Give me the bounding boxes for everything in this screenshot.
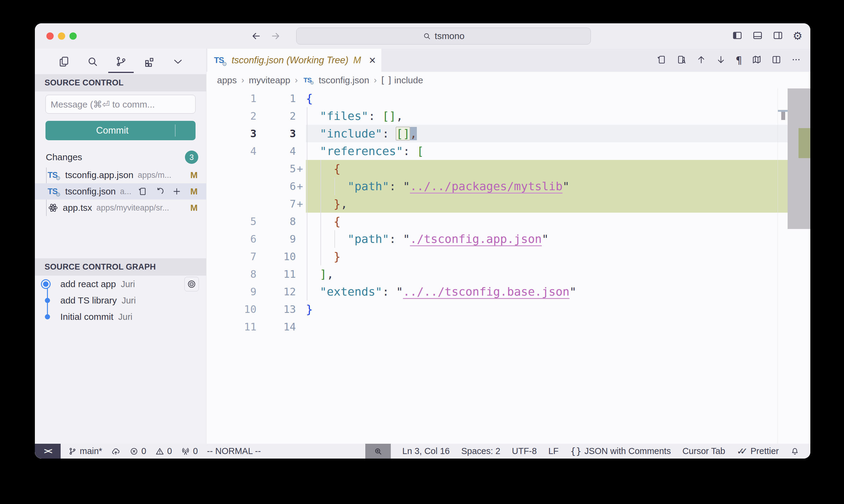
status-item-warnings[interactable]: 0 [155, 446, 172, 456]
status-item-cursor-tab[interactable]: Cursor Tab [683, 446, 725, 456]
code-token: : [389, 180, 403, 193]
search-icon [423, 32, 431, 40]
code-line-3[interactable]: 33 "include": [], [206, 125, 778, 142]
open-changes-icon[interactable] [138, 186, 148, 196]
status-item-cursor-position[interactable]: Ln 3, Col 16 [402, 446, 450, 456]
changes-section-header[interactable]: Changes 3 [35, 149, 206, 166]
arrow-down-button[interactable] [716, 55, 726, 66]
commit-row-1[interactable]: add react appJuri [35, 276, 206, 292]
stage-plus-icon[interactable] [172, 186, 182, 196]
changes-count-badge: 3 [185, 150, 198, 164]
split-editor-button[interactable] [771, 55, 781, 66]
breadcrumb-separator: › [374, 75, 377, 85]
arrow-right-icon[interactable] [270, 31, 281, 41]
code-token: , [341, 197, 347, 211]
original-line-number: 1 [206, 90, 257, 107]
diff-added-sign [296, 142, 306, 160]
arrow-up-button[interactable] [696, 55, 706, 66]
traffic-light-minimize[interactable] [58, 32, 65, 40]
breadcrumb-item-apps[interactable]: apps [217, 75, 237, 85]
status-item-encoding[interactable]: UTF-8 [512, 446, 537, 456]
map-button[interactable] [752, 55, 762, 66]
activity-item-files[interactable] [57, 55, 71, 68]
code-line-4[interactable]: 44 "references": [ [206, 142, 778, 160]
activity-item-search[interactable] [86, 55, 99, 68]
change-row-tsconfig.app.json[interactable]: TS⚙tsconfig.app.jsonapps/m...M [35, 167, 206, 183]
commit-row-2[interactable]: add TS libraryJuri [35, 292, 206, 309]
breadcrumb-item-tsconfig.json[interactable]: TS⚙tsconfig.json [302, 75, 369, 86]
inline-view-icon [676, 55, 687, 65]
status-item-language-mode[interactable]: {}JSON with Comments [570, 446, 671, 456]
code-line-12[interactable]: 912 "extends": "../../tsconfig.base.json… [206, 283, 778, 301]
code-line-5[interactable]: 5+ { [206, 160, 778, 178]
commit-row-3[interactable]: Initial commitJuri [35, 309, 206, 325]
commit-head-dot [43, 282, 49, 287]
pilcrow-button[interactable]: ¶ [736, 55, 742, 66]
traffic-light-zoom[interactable] [69, 32, 77, 40]
status-item-indentation[interactable]: Spaces: 2 [461, 446, 500, 456]
minimap[interactable] [778, 88, 810, 444]
code-editor[interactable]: 11{22 "files": [],33 "include": [],44 "r… [206, 88, 810, 444]
goto-current-history-item-button[interactable] [184, 277, 199, 291]
code-token: } [306, 197, 341, 211]
pilcrow-icon: ¶ [736, 55, 742, 66]
discard-icon[interactable] [155, 186, 165, 196]
traffic-light-close[interactable] [46, 32, 54, 40]
arrow-left-icon[interactable] [251, 31, 262, 41]
tab-tsconfig-working-tree[interactable]: TS⚙ tsconfig.json (Working Tree) M × [207, 49, 381, 72]
code-line-11[interactable]: 811 ], [206, 265, 778, 283]
toggle-layout-panel-button[interactable] [752, 30, 763, 42]
status-item-eol[interactable]: LF [548, 446, 559, 456]
close-icon[interactable]: × [369, 55, 376, 66]
code-line-1[interactable]: 11{ [206, 90, 778, 107]
ellipsis-button[interactable] [791, 55, 801, 66]
open-changes-button[interactable] [657, 55, 667, 66]
code-token: "path" [306, 232, 389, 246]
code-line-9[interactable]: 69 "path": "./tsconfig.app.json" [206, 230, 778, 248]
breadcrumb-label: apps [217, 75, 237, 85]
code-line-2[interactable]: 22 "files": [], [206, 107, 778, 125]
back-icon[interactable] [251, 31, 262, 41]
status-item-errors[interactable]: 0 [130, 446, 146, 456]
status-item-label: 0 [141, 446, 146, 456]
toggle-gear-button[interactable]: ⚙ [793, 31, 803, 41]
code-line-8[interactable]: 58 { [206, 213, 778, 230]
breadcrumb-item-include[interactable]: [ ]include [381, 75, 423, 85]
code-token: " [403, 232, 410, 246]
forward-icon[interactable] [270, 31, 281, 41]
code-line-6[interactable]: 6+ "path": "../../packages/mytslib" [206, 178, 778, 195]
code-line-7[interactable]: 7+ }, [206, 195, 778, 213]
commit-button[interactable]: Commit [46, 121, 195, 140]
code-line-10[interactable]: 710 } [206, 248, 778, 265]
code-text: { [306, 90, 778, 107]
command-center-search[interactable]: tsmono [296, 28, 591, 44]
change-row-app.tsx[interactable]: app.tsxapps/myviteapp/sr...M [35, 200, 206, 216]
commit-message-input[interactable]: Message (⌘⏎ to comm... [46, 95, 195, 113]
status-item-formatter[interactable]: ✓✓Prettier [737, 446, 779, 456]
source-control-graph-header[interactable]: SOURCE CONTROL GRAPH [35, 258, 206, 276]
activity-item-extensions[interactable] [143, 55, 156, 68]
scrollbar-slider[interactable] [788, 88, 810, 229]
status-item-notifications[interactable] [790, 447, 799, 456]
status-item-publish[interactable] [111, 447, 120, 456]
status-item-ports[interactable]: 0 [181, 446, 198, 456]
status-item-branch[interactable]: main* [68, 446, 102, 456]
search-icon [86, 55, 99, 68]
inline-view-button[interactable] [676, 55, 687, 66]
change-row-tsconfig.json[interactable]: TS⚙tsconfig.jsona...M [35, 183, 206, 200]
toggle-layout-sidebar-left-button[interactable] [732, 30, 743, 42]
remote-indicator[interactable]: >< [35, 444, 61, 458]
activity-item-source-control[interactable] [114, 55, 127, 68]
commit-message: add react app [60, 279, 116, 289]
toggle-layout-sidebar-right-button[interactable] [773, 30, 783, 42]
code-line-14[interactable]: 1114 [206, 318, 778, 336]
source-control-header[interactable]: SOURCE CONTROL [35, 74, 206, 91]
status-item-zoom-indicator[interactable] [365, 444, 391, 458]
code-token: : [403, 144, 417, 158]
file-actions [138, 186, 182, 196]
breadcrumb-item-myviteapp[interactable]: myviteapp [249, 75, 290, 85]
status-item-vim-mode[interactable]: -- NORMAL -- [207, 446, 261, 456]
code-token: , [396, 109, 403, 123]
code-line-13[interactable]: 1013} [206, 301, 778, 318]
activity-item-chevron-down[interactable] [171, 55, 185, 68]
